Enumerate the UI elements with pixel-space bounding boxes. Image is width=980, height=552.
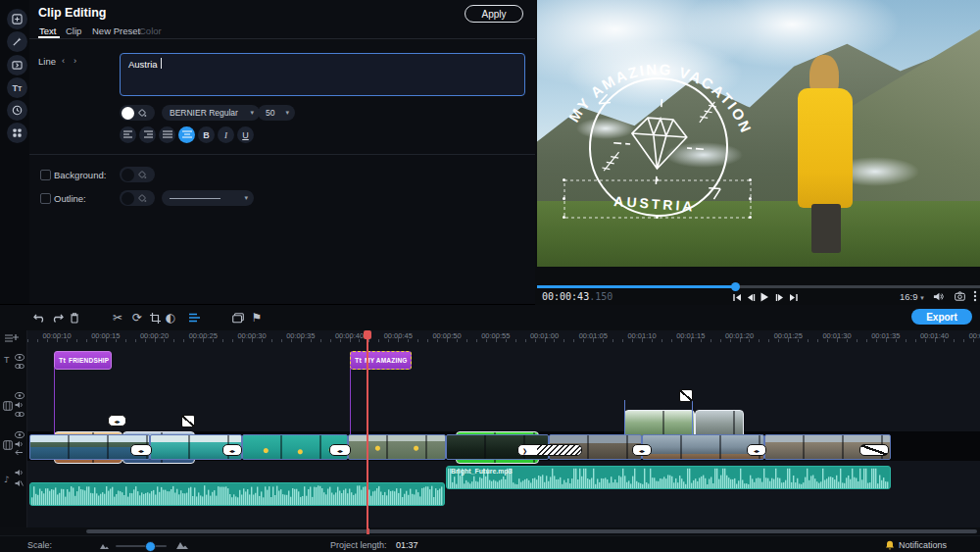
transition-badge-arrows[interactable]: ◂▸ <box>632 444 652 456</box>
text-color-toggle[interactable] <box>120 105 155 121</box>
slideshow-button[interactable] <box>230 310 246 326</box>
background-color-toggle[interactable] <box>120 167 155 182</box>
chevron-down-icon: ▾ <box>250 109 254 117</box>
transition-badge-arrows[interactable]: ◂▸ <box>222 444 242 456</box>
overlay-track-audio-icon[interactable] <box>15 401 24 411</box>
ruler-label: 00:01:25 <box>774 331 803 340</box>
zoom-out-icon[interactable] <box>100 542 109 549</box>
transition-badge-arrows[interactable]: ◂▸ <box>108 415 126 427</box>
export-button[interactable]: Export <box>911 309 972 325</box>
apply-button[interactable]: Apply <box>465 5 523 23</box>
transition-badge-arrows[interactable]: ◂▸ <box>130 444 152 456</box>
skip-start-button[interactable] <box>731 292 743 302</box>
title-clip-icon: Tt <box>355 357 362 364</box>
align-right-button[interactable] <box>139 126 156 143</box>
tab-color[interactable]: Color <box>139 25 162 36</box>
title-text-input[interactable]: Austria <box>120 53 525 96</box>
delete-button[interactable] <box>67 310 82 326</box>
title-clip[interactable]: TtMY AMAZING <box>350 351 412 370</box>
ruler-tick <box>271 339 272 342</box>
preview-menu-button[interactable] <box>969 291 980 301</box>
video-track-visibility-icon[interactable] <box>15 431 24 440</box>
scrollbar-thumb[interactable] <box>86 529 977 533</box>
aspect-ratio-select[interactable]: 16:9 ▾ <box>900 291 924 302</box>
prev-frame-button[interactable] <box>745 292 757 302</box>
titles-button[interactable]: TT <box>7 77 27 98</box>
overlay-track-visibility-icon[interactable] <box>15 392 24 401</box>
line-prev-arrow[interactable]: ‹ <box>62 55 65 66</box>
outline-checkbox[interactable] <box>40 193 51 204</box>
volume-button[interactable] <box>932 291 944 301</box>
italic-button[interactable]: I <box>218 126 234 143</box>
title-overlay-stamp[interactable]: MY AMAZING VACATION AUSTRIA <box>537 0 980 267</box>
video-preview[interactable]: MY AMAZING VACATION AUSTRIA <box>537 0 980 267</box>
ruler-label: 00:00:55 <box>481 331 510 340</box>
zoom-in-icon[interactable] <box>176 540 188 549</box>
seek-knob[interactable] <box>731 282 740 291</box>
transition-badge-fadesq[interactable] <box>679 389 693 402</box>
video-clip-yellow-hiker[interactable] <box>348 434 446 460</box>
color-adjustments-button[interactable]: ◐ <box>163 310 178 326</box>
audio-clip[interactable] <box>29 482 445 506</box>
title-clip-icon: Tt <box>59 357 66 364</box>
tab-new-preset[interactable]: New Preset <box>92 25 140 36</box>
audio-clip[interactable]: Bright_Future.mp3 <box>446 466 891 489</box>
bold-button[interactable]: B <box>198 126 215 143</box>
add-track-icon[interactable] <box>5 333 19 345</box>
chevron-down-icon: ▾ <box>244 194 248 202</box>
scale-slider-track[interactable] <box>116 545 167 547</box>
undo-button[interactable] <box>31 310 47 326</box>
video-track-icon <box>3 440 13 452</box>
seek-bar[interactable] <box>537 285 980 288</box>
crop-button[interactable] <box>147 310 163 326</box>
title-clip-label: MY AMAZING <box>365 357 408 364</box>
underline-button[interactable]: U <box>237 126 254 143</box>
clip-properties-button[interactable] <box>187 310 203 326</box>
playhead-line[interactable] <box>367 330 368 529</box>
title-clip[interactable]: TtFRIENDSHIP <box>54 351 112 370</box>
tab-text[interactable]: Text <box>39 25 56 36</box>
transition-badge-fadesq[interactable] <box>181 415 195 427</box>
ruler-tick <box>76 339 77 342</box>
line-next-arrow[interactable]: › <box>74 55 76 66</box>
title-track-link-icon[interactable] <box>15 363 24 372</box>
tab-clip[interactable]: Clip <box>66 25 81 36</box>
background-checkbox[interactable] <box>40 170 51 180</box>
font-size-select[interactable]: 50 ▾ <box>258 105 295 121</box>
align-left-button[interactable] <box>120 126 136 143</box>
seek-progress <box>537 285 735 288</box>
transition-badge-fade[interactable] <box>859 444 889 456</box>
import-media-button[interactable] <box>7 9 27 29</box>
more-tools-button[interactable] <box>7 123 27 143</box>
play-button[interactable] <box>759 292 770 302</box>
scale-label: Scale: <box>27 540 52 550</box>
filters-button[interactable] <box>7 31 27 52</box>
stickers-button[interactable] <box>7 100 27 121</box>
snapshot-button[interactable] <box>954 291 965 301</box>
ruler-tick <box>954 339 955 342</box>
outline-style-select[interactable]: ▾ <box>162 190 254 206</box>
align-justify-button[interactable] <box>159 126 175 143</box>
rotate-button[interactable]: ⟳ <box>129 310 145 326</box>
overlay-track-link-icon[interactable] <box>15 411 24 420</box>
marker-button[interactable]: ⚑ <box>249 310 265 326</box>
transition-badge-arrows[interactable]: ◂▸ <box>747 444 766 456</box>
outline-color-toggle[interactable] <box>120 190 155 206</box>
next-frame-button[interactable] <box>773 292 785 302</box>
split-button[interactable]: ✂ <box>110 310 125 326</box>
audio-track-mute-icon[interactable] <box>15 479 24 489</box>
notifications-button[interactable]: Notifications <box>899 540 947 550</box>
font-family-select[interactable]: BERNIER Regular ▾ <box>162 105 260 121</box>
scale-slider-knob[interactable] <box>145 541 156 552</box>
transitions-button[interactable] <box>7 55 27 75</box>
align-center-button[interactable] <box>178 126 195 143</box>
audio-track-volume-icon[interactable] <box>15 469 24 478</box>
transition-badge-wide[interactable]: ❯ <box>517 444 582 456</box>
video-track-arrow-icon[interactable] <box>15 449 24 458</box>
timeline-scrollbar[interactable] <box>0 527 980 535</box>
redo-button[interactable] <box>49 310 65 326</box>
ruler-tick <box>427 339 428 342</box>
skip-end-button[interactable] <box>787 292 799 302</box>
title-track-visibility-icon[interactable] <box>15 354 24 363</box>
transition-badge-arrows[interactable]: ◂▸ <box>329 444 351 456</box>
